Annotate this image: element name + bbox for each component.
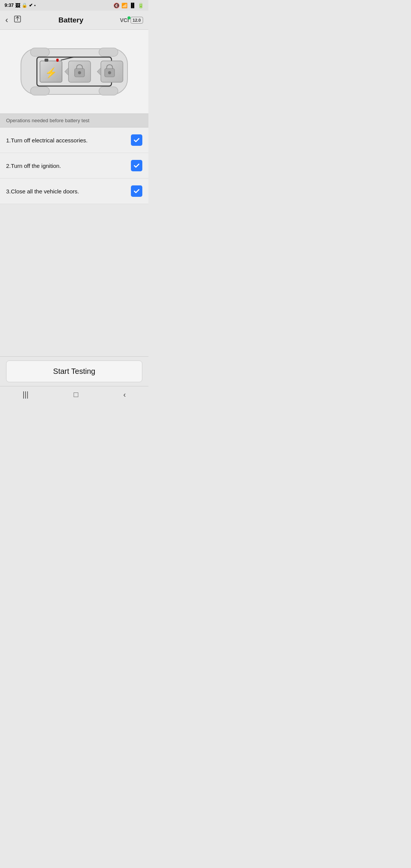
mute-icon: 🔇 xyxy=(113,3,119,8)
back-nav-button[interactable]: ‹ xyxy=(123,390,126,399)
status-bar: 9:37 🖼 🔒 ✔ • 🔇 📶 ▐▌ 🔋 xyxy=(0,0,148,11)
checklist: 1.Turn off electrical accessories. 2.Tur… xyxy=(0,128,148,204)
svg-rect-3 xyxy=(30,87,49,95)
svg-rect-4 xyxy=(99,87,118,95)
bottom-nav: ||| □ ‹ xyxy=(0,386,148,403)
time-display: 9:37 xyxy=(5,3,14,8)
checkbox-2[interactable] xyxy=(131,160,142,171)
svg-rect-10 xyxy=(56,59,59,62)
car-diagram-area: ⚡ xyxy=(0,30,148,113)
dot-icon: • xyxy=(34,3,36,8)
status-icons: 🔇 📶 ▐▌ 🔋 xyxy=(113,3,144,8)
vci-label: VCI xyxy=(120,17,129,23)
checklist-item-1[interactable]: 1.Turn off electrical accessories. xyxy=(0,128,148,153)
page-title: Battery xyxy=(22,16,120,24)
checklist-item-2[interactable]: 2.Turn off the ignition. xyxy=(0,153,148,179)
main-content: ⚡ xyxy=(0,30,148,403)
status-time: 9:37 🖼 🔒 ✔ • xyxy=(5,3,36,8)
checkbox-3[interactable] xyxy=(131,185,142,197)
svg-text:⚡: ⚡ xyxy=(45,67,57,79)
check-icon: ✔ xyxy=(29,3,33,8)
title-bar: ‹ Battery VCI 12.0 xyxy=(0,11,148,30)
voltage-display: 12.0 xyxy=(131,17,143,24)
checklist-label-1: 1.Turn off electrical accessories. xyxy=(6,137,88,144)
svg-rect-6 xyxy=(99,48,118,56)
checklist-item-3[interactable]: 3.Close all the vehicle doors. xyxy=(0,179,148,204)
empty-content-area xyxy=(0,204,148,356)
battery-icon: 🔋 xyxy=(138,3,144,8)
car-diagram: ⚡ xyxy=(10,37,139,106)
section-header: Operations needed before battery test xyxy=(0,113,148,128)
svg-point-15 xyxy=(78,71,81,74)
checklist-label-3: 3.Close all the vehicle doors. xyxy=(6,188,79,195)
svg-rect-9 xyxy=(45,59,48,62)
home-nav-button[interactable]: □ xyxy=(73,390,78,399)
back-button[interactable]: ‹ xyxy=(5,15,8,25)
start-testing-button[interactable]: Start Testing xyxy=(6,361,142,382)
vci-area: VCI 12.0 xyxy=(120,17,143,24)
title-bar-left: ‹ xyxy=(5,15,22,25)
lock-icon: 🔒 xyxy=(22,3,27,8)
menu-nav-button[interactable]: ||| xyxy=(22,390,29,399)
signal-icon: ▐▌ xyxy=(129,3,136,8)
wifi-icon: 📶 xyxy=(121,3,127,8)
start-button-wrapper: Start Testing xyxy=(0,356,148,386)
vci-connected-dot xyxy=(127,16,131,19)
svg-rect-5 xyxy=(30,48,49,56)
photo-icon: 🖼 xyxy=(15,3,20,8)
checkbox-1[interactable] xyxy=(131,134,142,146)
checklist-label-2: 2.Turn off the ignition. xyxy=(6,163,61,169)
section-header-text: Operations needed before battery test xyxy=(6,118,89,123)
share-button[interactable] xyxy=(13,15,22,25)
svg-point-19 xyxy=(108,71,111,74)
